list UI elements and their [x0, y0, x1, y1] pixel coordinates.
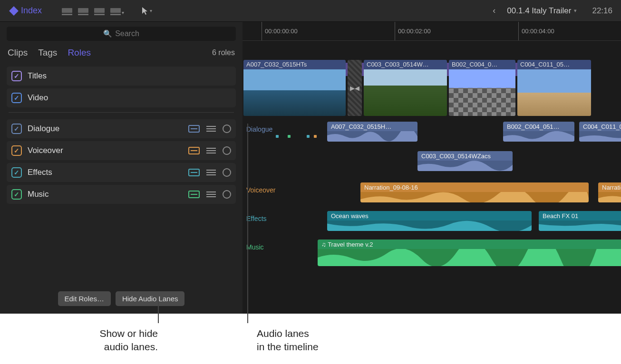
- audio-clip[interactable]: C004_C011_05…: [579, 122, 621, 142]
- lane-icon[interactable]: [188, 191, 200, 198]
- checkbox-music[interactable]: [11, 189, 22, 200]
- lane-icon[interactable]: [188, 169, 200, 176]
- checkbox-voiceover[interactable]: [11, 145, 22, 156]
- audio-clip[interactable]: ♫ Travel theme v.2: [318, 239, 621, 266]
- roles-count: 6 roles: [212, 48, 235, 57]
- lane-label: Music: [243, 239, 289, 255]
- index-button[interactable]: Index: [6, 4, 47, 18]
- focus-icon[interactable]: [223, 125, 231, 133]
- audio-clip[interactable]: Narration_0: [598, 182, 621, 202]
- video-clips-row: A007_C032_0515HTs ▶◀ C003_C003_0514W… B0…: [243, 60, 621, 116]
- diamond-icon: [9, 6, 19, 16]
- focus-icon[interactable]: [223, 190, 231, 199]
- transition-icon[interactable]: ▶◀: [348, 60, 362, 116]
- lane-label: Effects: [243, 211, 289, 226]
- layout-icon-3[interactable]: [94, 7, 105, 15]
- timeline[interactable]: 00:00:00:00 00:00:02:00 00:00:04:00 Cinq…: [243, 22, 621, 314]
- video-clip[interactable]: B002_C004_0…: [449, 60, 515, 116]
- tab-roles[interactable]: Roles: [68, 48, 91, 58]
- list-icon[interactable]: [206, 126, 216, 132]
- callout-line: [158, 300, 159, 323]
- video-clip[interactable]: C004_C011_05…: [517, 60, 591, 116]
- hide-audio-lanes-button[interactable]: Hide Audio Lanes: [116, 291, 185, 306]
- index-label: Index: [21, 6, 42, 16]
- focus-icon[interactable]: [223, 146, 231, 155]
- lane-dialogue: Dialogue A007_C032_0515H… B002_C004_051……: [243, 122, 621, 174]
- checkbox-video[interactable]: [11, 93, 22, 103]
- checkbox-dialogue[interactable]: [11, 124, 22, 134]
- role-dialogue[interactable]: Dialogue: [7, 119, 236, 138]
- audio-clip[interactable]: Narration_09-08-16: [360, 182, 589, 202]
- role-label: Dialogue: [28, 124, 59, 134]
- ruler-tick: 00:00:02:00: [395, 22, 431, 40]
- chevron-down-icon: ▾: [574, 8, 577, 14]
- role-label: Titles: [28, 71, 47, 81]
- annotations: Show or hideaudio lanes. Audio lanesin t…: [0, 314, 621, 364]
- audio-clip[interactable]: Ocean waves: [327, 211, 532, 231]
- layout-icon-2[interactable]: [78, 7, 88, 15]
- role-titles[interactable]: Titles: [7, 67, 236, 86]
- prev-chevron-icon[interactable]: ‹: [488, 6, 500, 16]
- clip-label: B002_C004_0…: [449, 60, 515, 69]
- clip-label: C003_C003_0514WZacs: [417, 151, 513, 161]
- audio-clip[interactable]: Beach FX 01: [539, 211, 621, 231]
- select-tool[interactable]: ▾: [141, 7, 152, 15]
- clip-label: Narration_0: [598, 182, 621, 192]
- timeline-ruler[interactable]: 00:00:00:00 00:00:02:00 00:00:04:00: [243, 22, 621, 41]
- video-clip[interactable]: A007_C032_0515HTs: [243, 60, 346, 116]
- video-clip[interactable]: C003_C003_0514W…: [364, 60, 447, 116]
- layout-icon-1[interactable]: [62, 7, 72, 15]
- lane-music: Music ♫ Travel theme v.2: [243, 239, 621, 268]
- roles-list: Titles Video Dialogue: [0, 63, 243, 211]
- layout-tool-group: ▾: [62, 7, 124, 15]
- lane-label: Voiceover: [243, 182, 289, 198]
- clip-label: Ocean waves: [327, 211, 532, 220]
- music-note-icon: ♫: [321, 241, 326, 248]
- role-label: Video: [28, 93, 48, 103]
- checkbox-titles[interactable]: [11, 71, 22, 81]
- audio-lanes: Dialogue A007_C032_0515H… B002_C004_051……: [243, 122, 621, 268]
- lane-icon[interactable]: [188, 147, 200, 154]
- sidebar-footer: Edit Roles… Hide Audio Lanes: [0, 286, 243, 314]
- checkbox-effects[interactable]: [11, 167, 22, 178]
- role-effects[interactable]: Effects: [7, 163, 236, 182]
- search-placeholder: Search: [115, 29, 139, 38]
- clip-thumbnail: [364, 69, 447, 116]
- focus-icon[interactable]: [223, 168, 231, 177]
- audio-clip[interactable]: B002_C004_051…: [503, 122, 574, 142]
- annotation-left: Show or hideaudio lanes.: [76, 327, 158, 354]
- tab-clips[interactable]: Clips: [8, 48, 28, 58]
- search-icon: 🔍: [103, 29, 112, 38]
- clip-label: A007_C032_0515HTs: [243, 60, 346, 69]
- role-video[interactable]: Video: [7, 88, 236, 107]
- role-label: Voiceover: [28, 146, 63, 155]
- clip-label: Narration_09-08-16: [360, 182, 589, 192]
- audio-clip[interactable]: C003_C003_0514WZacs: [417, 151, 513, 171]
- role-label: Effects: [28, 168, 52, 177]
- clip-label: ♫ Travel theme v.2: [318, 239, 621, 249]
- list-icon[interactable]: [206, 148, 216, 153]
- clip-thumbnail: [517, 69, 591, 116]
- time-display: 22:16: [592, 6, 612, 16]
- lane-label: Dialogue: [243, 122, 289, 137]
- clip-label: A007_C032_0515H…: [327, 122, 417, 131]
- index-sidebar: 🔍 Search Clips Tags Roles 6 roles Titles…: [0, 22, 243, 314]
- role-voiceover[interactable]: Voiceover: [7, 141, 236, 160]
- audio-clip[interactable]: A007_C032_0515H…: [327, 122, 417, 142]
- annotation-right: Audio lanesin the timeline: [257, 327, 319, 354]
- list-icon[interactable]: [206, 192, 216, 197]
- clip-thumbnail: [243, 69, 346, 116]
- project-title[interactable]: 00.1.4 Italy Trailer ▾: [507, 6, 577, 16]
- layout-icon-4[interactable]: ▾: [110, 7, 124, 15]
- tab-tags[interactable]: Tags: [38, 48, 57, 58]
- lane-effects: Effects Ocean waves Beach FX 01: [243, 211, 621, 233]
- callout-line: [247, 124, 248, 323]
- role-music[interactable]: Music: [7, 185, 236, 204]
- list-icon[interactable]: [206, 170, 216, 175]
- edit-roles-button[interactable]: Edit Roles…: [58, 291, 111, 306]
- role-label: Music: [28, 190, 49, 199]
- lane-icon[interactable]: [188, 125, 200, 133]
- clip-label: C004_C011_05…: [517, 60, 591, 69]
- search-input[interactable]: 🔍 Search: [7, 27, 236, 41]
- clip-label: B002_C004_051…: [503, 122, 574, 131]
